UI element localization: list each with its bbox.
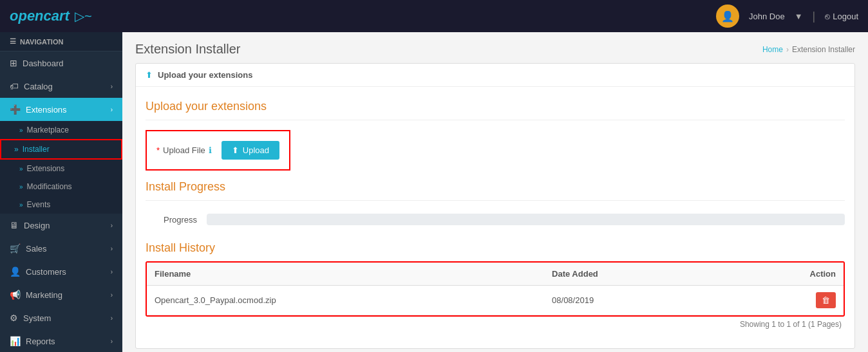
bullet-icon: » [19, 183, 23, 190]
topbar: opencart ▷~ 👤 John Doe ▼ | ⎋ Logout [0, 0, 868, 32]
sales-icon: 🛒 [10, 243, 21, 254]
chevron-right-icon: › [111, 222, 113, 229]
sidebar-item-catalog[interactable]: 🏷 Catalog › [0, 75, 122, 98]
col-date-added: Date Added [544, 263, 723, 286]
logo-icon: ▷~ [75, 8, 92, 24]
sidebar-item-label: Sales [26, 244, 47, 254]
extensions-icon: ➕ [10, 104, 21, 115]
chevron-right-icon: › [111, 338, 113, 345]
upload-card: ⬆ Upload your extensions Upload your ext… [135, 63, 855, 349]
catalog-icon: 🏷 [10, 81, 19, 91]
col-filename: Filename [147, 263, 544, 286]
upload-card-header: ⬆ Upload your extensions [136, 64, 854, 87]
customers-icon: 👤 [10, 266, 21, 277]
cell-filename: Opencart_3.0_Paypal.ocmod.zip [147, 286, 544, 315]
upload-row: * Upload File ℹ ⬆ Upload [156, 141, 279, 160]
sidebar-item-ext-extensions[interactable]: » Extensions [0, 160, 122, 178]
breadcrumb: Home › Extension Installer [762, 45, 855, 54]
sidebar-item-customers[interactable]: 👤 Customers › [0, 260, 122, 283]
chevron-right-icon: › [111, 83, 113, 90]
upload-file-label: * Upload File ℹ [156, 145, 212, 155]
nav-header-label: NAVIGATION [20, 38, 63, 46]
hamburger-icon: ☰ [10, 37, 16, 46]
progress-row: Progress [146, 210, 845, 228]
install-progress-title: Install Progress [146, 180, 845, 201]
chevron-right-icon: › [111, 106, 113, 113]
sidebar-item-label: Reports [26, 337, 55, 346]
user-name[interactable]: John Doe [749, 12, 785, 21]
sidebar-item-label: Catalog [24, 82, 53, 91]
breadcrumb-separator: › [786, 45, 789, 54]
sidebar-item-sales[interactable]: 🛒 Sales › [0, 237, 122, 260]
breadcrumb-current: Extension Installer [792, 45, 855, 54]
sidebar-item-installer[interactable]: » Installer [0, 139, 122, 160]
sidebar-item-label: Marketplace [27, 125, 69, 134]
col-action: Action [723, 263, 844, 286]
page-header: Extension Installer Home › Extension Ins… [135, 42, 855, 57]
logout-button[interactable]: ⎋ Logout [825, 12, 858, 21]
sidebar-item-design[interactable]: 🖥 Design › [0, 214, 122, 237]
sidebar: ☰ NAVIGATION ⊞ Dashboard 🏷 Catalog › ➕ E… [0, 32, 122, 352]
user-dropdown-arrow[interactable]: ▼ [795, 12, 803, 21]
chevron-right-icon: › [111, 245, 113, 252]
marketing-icon: 📢 [10, 290, 21, 300]
logo: opencart ▷~ [10, 8, 92, 24]
sidebar-item-reports[interactable]: 📊 Reports › [0, 329, 122, 352]
sidebar-item-label: Design [24, 221, 50, 230]
avatar: 👤 [716, 5, 739, 28]
bullet-icon: » [14, 145, 19, 154]
table-row: Opencart_3.0_Paypal.ocmod.zip 08/08/2019… [147, 286, 844, 315]
history-table: Filename Date Added Action Opencart_3.0_… [147, 263, 844, 315]
sidebar-item-dashboard[interactable]: ⊞ Dashboard [0, 51, 122, 75]
sidebar-item-label: Installer [23, 145, 50, 154]
topbar-right: 👤 John Doe ▼ | ⎋ Logout [716, 5, 858, 28]
page-title: Extension Installer [135, 42, 240, 57]
sidebar-item-label: Dashboard [23, 59, 64, 68]
sidebar-item-events[interactable]: » Events [0, 196, 122, 214]
logo-text: opencart [10, 8, 70, 24]
bullet-icon: » [19, 165, 23, 172]
chevron-right-icon: › [111, 315, 113, 322]
sidebar-item-label: Customers [26, 267, 66, 277]
table-header-row: Filename Date Added Action [147, 263, 844, 286]
showing-text: Showing 1 to 1 of 1 (1 Pages) [146, 320, 845, 329]
reports-icon: 📊 [10, 336, 21, 346]
system-icon: ⚙ [10, 313, 18, 323]
chevron-right-icon: › [111, 292, 113, 299]
sidebar-item-label: Events [27, 200, 51, 209]
upload-card-body: Upload your extensions * Upload File ℹ ⬆… [136, 87, 854, 348]
main-content: Extension Installer Home › Extension Ins… [122, 32, 868, 352]
install-history-title: Install History [146, 241, 845, 255]
upload-label-text: Upload File [163, 145, 205, 155]
progress-bar-container [207, 214, 845, 225]
breadcrumb-home[interactable]: Home [762, 45, 783, 54]
chevron-right-icon: › [111, 268, 113, 275]
sidebar-item-system[interactable]: ⚙ System › [0, 306, 122, 329]
layout: ☰ NAVIGATION ⊞ Dashboard 🏷 Catalog › ➕ E… [0, 32, 868, 352]
sidebar-item-modifications[interactable]: » Modifications [0, 178, 122, 196]
sidebar-item-label: Modifications [27, 182, 72, 191]
info-icon[interactable]: ℹ [209, 145, 212, 155]
upload-button[interactable]: ⬆ Upload [222, 141, 279, 160]
upload-btn-icon: ⬆ [232, 145, 239, 155]
action-cell: 🗑 [723, 286, 844, 315]
sidebar-item-marketing[interactable]: 📢 Marketing › [0, 283, 122, 306]
sidebar-item-label: System [23, 313, 51, 323]
logout-label: Logout [833, 12, 858, 21]
required-star: * [156, 145, 160, 155]
sidebar-item-label: Extensions [26, 105, 67, 115]
sidebar-item-label: Marketing [26, 290, 62, 300]
delete-button[interactable]: 🗑 [816, 292, 836, 308]
upload-section-box: * Upload File ℹ ⬆ Upload [146, 130, 290, 171]
cell-date-added: 08/08/2019 [544, 286, 723, 315]
divider: | [813, 10, 816, 23]
bullet-icon: » [19, 127, 23, 134]
progress-bar-wrapper [207, 210, 845, 228]
install-progress-section: Install Progress Progress [146, 180, 845, 228]
history-table-wrapper: Filename Date Added Action Opencart_3.0_… [146, 261, 845, 317]
sidebar-item-extensions[interactable]: ➕ Extensions › [0, 98, 122, 121]
progress-label: Progress [146, 215, 197, 225]
extensions-submenu: » Marketplace » Installer » Extensions »… [0, 121, 122, 214]
logout-icon: ⎋ [825, 12, 830, 21]
sidebar-item-marketplace[interactable]: » Marketplace [0, 121, 122, 139]
